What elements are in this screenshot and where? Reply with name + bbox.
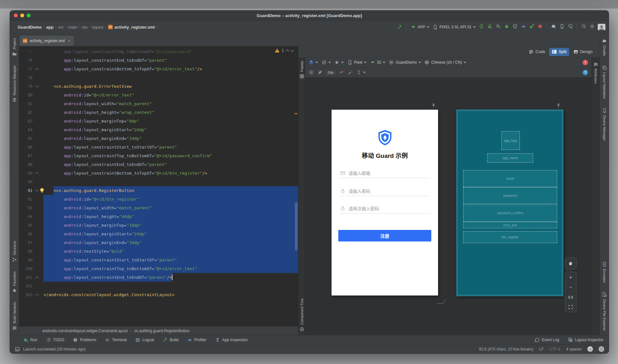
code-line[interactable]: 83 android:layout_marginTop="8dp" bbox=[19, 117, 298, 125]
gutter[interactable]: 80 bbox=[19, 91, 43, 99]
intention-bulb-icon[interactable] bbox=[40, 188, 44, 192]
sidebar-item-layout-validation[interactable]: Layout Validation bbox=[602, 65, 607, 99]
code-line[interactable]: 103</androidx.constraintlayout.widget.Co… bbox=[19, 290, 298, 299]
default-margins-select[interactable]: 0dp bbox=[326, 70, 335, 75]
gutter[interactable]: 77 bbox=[19, 65, 43, 73]
error-stripe-mark[interactable] bbox=[295, 113, 297, 114]
button-rerun-icon[interactable] bbox=[479, 24, 484, 31]
error-badge[interactable]: ! bbox=[583, 60, 588, 65]
gutter[interactable]: 81 bbox=[19, 99, 43, 108]
toolwindow-button-todo[interactable]: TODO bbox=[46, 337, 64, 343]
component-tree-tab[interactable]: Component Tree bbox=[299, 298, 304, 332]
code-line[interactable]: 99 app:layout_constraintStart_toStartOf=… bbox=[19, 256, 298, 264]
fold-marker-icon[interactable] bbox=[35, 294, 39, 297]
button-settings-icon[interactable] bbox=[589, 24, 595, 31]
button-search-icon[interactable] bbox=[581, 24, 586, 31]
button-autoconnect-off-icon[interactable] bbox=[317, 70, 323, 75]
sidebar-item-device-manager[interactable]: Device Manager bbox=[602, 108, 607, 141]
pan-button[interactable] bbox=[565, 258, 576, 269]
preview-input-3[interactable]: 请再次输入密码 bbox=[340, 204, 430, 214]
breadcrumb-item-src[interactable]: src bbox=[58, 25, 64, 30]
line-separator[interactable]: LF bbox=[539, 347, 544, 351]
gutter[interactable]: 101 bbox=[19, 273, 43, 282]
code-line[interactable]: 95 android:layout_marginTop="16dp" bbox=[19, 221, 298, 230]
gutter[interactable]: 90 bbox=[19, 177, 43, 186]
gutter[interactable]: 97 bbox=[19, 238, 43, 247]
code-line[interactable]: 96 android:layout_marginStart="24dp" bbox=[19, 230, 298, 238]
caret-position[interactable]: 91:5 (475 chars, 10 line breaks) bbox=[479, 347, 533, 351]
button-orientation-icon[interactable] bbox=[321, 60, 331, 65]
button-attach-debugger-icon[interactable] bbox=[529, 24, 534, 31]
gutter[interactable]: 98 bbox=[19, 247, 43, 256]
preview-resize-handle[interactable] bbox=[436, 299, 446, 304]
button-apply-code-changes-icon[interactable] bbox=[495, 24, 501, 31]
code-line[interactable]: 102 bbox=[19, 282, 298, 290]
gutter[interactable]: 99 bbox=[19, 256, 43, 264]
gutter[interactable]: 76 bbox=[19, 56, 43, 65]
toolwindow-button-problems[interactable]: Problems bbox=[72, 337, 96, 343]
gutter[interactable]: 86 bbox=[19, 143, 43, 151]
zoom-actual-size-button[interactable]: 1:1 bbox=[565, 292, 576, 302]
api-level-select[interactable]: 32 bbox=[370, 60, 385, 65]
zoom-out-button[interactable]: − bbox=[565, 282, 576, 292]
blueprint-box-error_text[interactable]: error_text bbox=[463, 222, 557, 228]
toolwindow-button-profiler[interactable]: Profiler bbox=[187, 337, 206, 343]
button-view-options-icon[interactable] bbox=[308, 70, 314, 75]
code-line[interactable]: 76 app:layout_constraintEnd_toEndOf="par… bbox=[19, 56, 298, 65]
sidebar-item-structure[interactable]: Structure bbox=[12, 241, 17, 262]
blueprint-phone[interactable]: app_logoapp_nameemailpasswordpassword_co… bbox=[456, 110, 563, 296]
sidebar-item-gradle[interactable]: Gradle bbox=[602, 38, 607, 56]
gutter[interactable]: 89 bbox=[19, 169, 43, 177]
gutter[interactable]: 82 bbox=[19, 108, 43, 117]
breadcrumb-item-res[interactable]: res bbox=[82, 25, 88, 30]
button-profiler-icon[interactable] bbox=[520, 24, 526, 31]
button-apply-changes-icon[interactable]: A bbox=[487, 24, 492, 31]
code-line[interactable]: 86 app:layout_constraintStart_toStartOf=… bbox=[19, 143, 298, 151]
toolwindow-button-logcat[interactable]: Logcat bbox=[135, 337, 154, 343]
locale-select[interactable]: Chinese (zh / CN) bbox=[424, 60, 466, 65]
sidebar-item-favorites[interactable]: Favorites bbox=[12, 271, 17, 293]
breadcrumb-item-guarddemo[interactable]: GuardDemo bbox=[18, 25, 42, 30]
gutter[interactable]: 91 bbox=[19, 186, 43, 195]
editor-breadcrumb-item[interactable]: androidx.constraintlayout.widget.Constra… bbox=[42, 329, 128, 333]
gutter[interactable]: 84 bbox=[19, 125, 43, 134]
avatar[interactable] bbox=[598, 24, 605, 30]
blueprint-box-btn_register[interactable]: btn_register bbox=[463, 231, 557, 243]
toolwindow-button-build[interactable]: Build bbox=[163, 337, 179, 343]
attributes-tab[interactable]: Attributes bbox=[593, 61, 598, 83]
gutter[interactable]: 88 bbox=[19, 160, 43, 169]
editor-breadcrumb-item[interactable]: cn.authing.guard.RegisterButton bbox=[134, 329, 190, 333]
happy-feedback-icon[interactable]: ☺ bbox=[587, 346, 593, 352]
indent-setting[interactable]: 4 spaces bbox=[566, 347, 582, 351]
inspection-widget[interactable]: 1 bbox=[275, 48, 294, 53]
blueprint-box-app_name[interactable]: app_name bbox=[487, 153, 533, 163]
code-line[interactable]: 89 app:layout_constraintBottom_toTopOf="… bbox=[19, 169, 298, 177]
gutter[interactable]: 83 bbox=[19, 117, 43, 125]
device-select[interactable]: Pixel bbox=[347, 60, 367, 65]
sidebar-item-project[interactable]: Project bbox=[12, 38, 17, 56]
fold-marker-icon[interactable] bbox=[35, 172, 39, 176]
code-line[interactable]: 101 app:layout_constraintEnd_toEndOf="pa… bbox=[19, 273, 298, 282]
file-encoding[interactable]: UTF-8 bbox=[549, 347, 560, 351]
palette-tab[interactable]: Palette bbox=[299, 61, 304, 79]
breadcrumb-item-layout[interactable]: layout bbox=[92, 25, 103, 30]
button-device-manager-icon[interactable] bbox=[559, 24, 565, 31]
code-line[interactable]: 90 bbox=[19, 177, 298, 186]
gutter[interactable]: 103 bbox=[19, 290, 43, 299]
code-line[interactable]: 91 <cn.authing.guard.RegisterButton bbox=[19, 186, 298, 195]
button-stop-icon[interactable] bbox=[537, 24, 543, 31]
code-area[interactable]: 75 app:layout_constraintTop_toBottomOf="… bbox=[19, 46, 298, 326]
run-configuration-select[interactable]: APP bbox=[410, 24, 429, 30]
button-layers-icon[interactable] bbox=[308, 60, 318, 65]
gutter[interactable]: 75 bbox=[19, 47, 43, 56]
sidebar-item-resource-manager[interactable]: Resource Manager bbox=[12, 65, 17, 103]
mode-split[interactable]: Split bbox=[549, 48, 569, 56]
next-issue-icon[interactable] bbox=[290, 48, 294, 52]
code-line[interactable]: 81 android:layout_width="match_parent" bbox=[19, 99, 298, 108]
code-line[interactable]: 100 app:layout_constraintTop_toBottomOf=… bbox=[19, 264, 298, 273]
code-line[interactable]: 93 android:layout_width="match_parent" bbox=[19, 204, 298, 212]
fold-marker-icon[interactable] bbox=[35, 276, 39, 280]
device-select[interactable]: PIXEL 3 XL API 31 bbox=[432, 24, 476, 30]
gutter[interactable]: 100 bbox=[19, 264, 43, 273]
button-clear-constraints-icon[interactable] bbox=[339, 70, 344, 75]
